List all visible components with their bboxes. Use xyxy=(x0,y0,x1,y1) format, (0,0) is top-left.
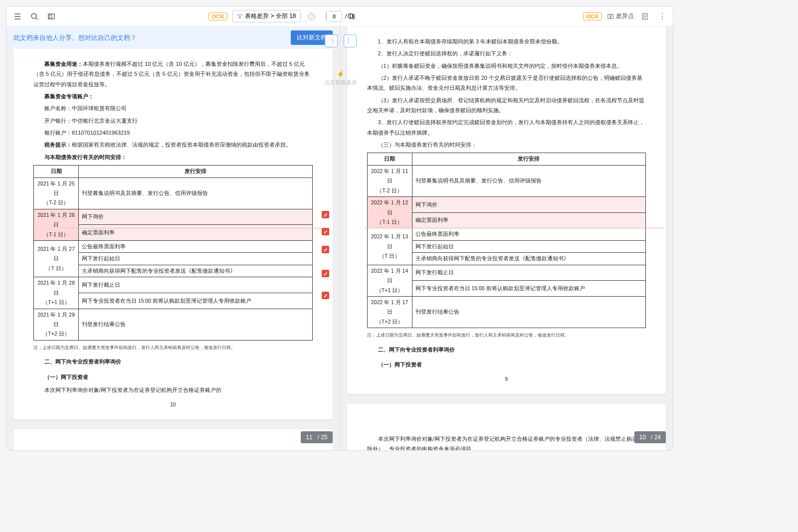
filter-icon xyxy=(237,13,243,19)
compare-icon xyxy=(607,13,614,20)
svg-rect-2 xyxy=(49,15,52,18)
doc-icon[interactable] xyxy=(639,10,651,22)
svg-point-0 xyxy=(31,13,36,18)
banner-text: 此文档来自他人分享。想对比自己的文档？ xyxy=(13,33,137,42)
table-row: 2021 年 1 月 27 日（T 日）公告最终票面利率 xyxy=(34,241,313,253)
right-schedule-table: 日期发行安排 2022 年 1 月 11 日（T-2 日）刊登募集说明书及其摘要… xyxy=(367,153,646,328)
ocr-badge[interactable]: OCR xyxy=(583,12,602,20)
right-page-2: 本次网下利率询价对象/网下投资者为在证券登记机构开立合格证券账户的专业投资者（法… xyxy=(347,404,666,450)
right-page-indicator: 10 / 24 xyxy=(634,431,666,443)
table-row: 2021 年 1 月 25 日（T-2 日）刊登募集说明书及其摘要、发行公告、信… xyxy=(34,177,313,209)
help-icon[interactable]: ? xyxy=(306,10,318,22)
table-row: 2021 年 1 月 28 日（T+1 日）网下发行截止日 xyxy=(34,277,313,293)
left-toolbar: OCR 表格差异 > 全部 18 ? xyxy=(6,6,340,26)
switch-hint: ☝ 点击切换差异 xyxy=(324,70,357,86)
table-row: 2022 年 1 月 13 日（T 日）公告最终票面利率 xyxy=(367,228,646,240)
left-doc-area[interactable]: 募集资金用途：本期债券发行规模不超过 10 亿元（含 10 亿元），募集资金扣除… xyxy=(6,49,340,450)
left-schedule-table: 日期发行安排 2021 年 1 月 25 日（T-2 日）刊登募集说明书及其摘要… xyxy=(33,165,313,341)
share-banner: 此文档来自他人分享。想对比自己的文档？ 比对新文档 xyxy=(6,26,340,49)
svg-text:?: ? xyxy=(310,14,313,19)
more-icon[interactable]: ⋮ xyxy=(656,10,668,22)
pointer-icon: ☝ xyxy=(324,70,357,77)
center-column: / 18 〈 〉 ☝ 点击切换差异 xyxy=(318,6,363,450)
left-page-2: 专业投资者（法律、法规禁止购买者除外）。专业投资者的申购资金来源必须符 xyxy=(13,429,333,450)
prev-diff-button[interactable]: 〈 xyxy=(325,34,338,47)
diff-tab[interactable]: 差异点 xyxy=(607,12,634,20)
right-pane: OCR 差异点 ⋮ 1、发行人有权在本期债券存续期间的第 3 年末赎回本期债券全… xyxy=(340,6,673,450)
right-toolbar: OCR 差异点 ⋮ xyxy=(340,6,673,26)
left-page-1: 募集资金用途：本期债券发行规模不超过 10 亿元（含 10 亿元），募集资金扣除… xyxy=(13,49,333,419)
filter-button[interactable]: 表格差异 > 全部 18 xyxy=(232,10,300,22)
svg-rect-7 xyxy=(608,14,610,18)
right-doc-area[interactable]: 1、发行人有权在本期债券存续期间的第 3 年末赎回本期债券全部未偿份额。 2、发… xyxy=(340,26,673,450)
ocr-badge[interactable]: OCR xyxy=(208,12,227,20)
right-page-1: 1、发行人有权在本期债券存续期间的第 3 年末赎回本期债券全部未偿份额。 2、发… xyxy=(347,26,666,394)
layout-icon[interactable] xyxy=(45,10,57,22)
svg-rect-8 xyxy=(611,14,613,18)
left-pane: OCR 表格差异 > 全部 18 ? 此文档来自他人分享。想对比自己的文档？ 比… xyxy=(6,6,340,450)
table-row: 2021 年 1 月 26 日（T-1 日）网下询价 xyxy=(34,209,313,225)
diff-page-nav: / 18 xyxy=(326,6,355,26)
table-row: 2021 年 1 月 29 日（T+2 日）刊登发行结果公告 xyxy=(34,309,313,340)
diff-page-input[interactable] xyxy=(326,11,342,22)
table-row: 2022 年 1 月 11 日（T-2 日）刊登募集说明书及其摘要、发行公告、信… xyxy=(367,165,646,196)
search-icon[interactable] xyxy=(28,10,40,22)
table-row: 2022 年 1 月 17 日（T+2 日）刊登发行结果公告 xyxy=(367,296,646,328)
filter-label: 表格差异 > 全部 18 xyxy=(245,12,296,20)
menu-icon[interactable] xyxy=(11,10,23,22)
table-row: 2022 年 1 月 12 日（T-1 日）网下询价 xyxy=(367,197,646,213)
next-diff-button[interactable]: 〉 xyxy=(344,34,357,47)
table-row: 2022 年 1 月 14 日（T+1 日）网下发行截止日 xyxy=(367,265,646,281)
